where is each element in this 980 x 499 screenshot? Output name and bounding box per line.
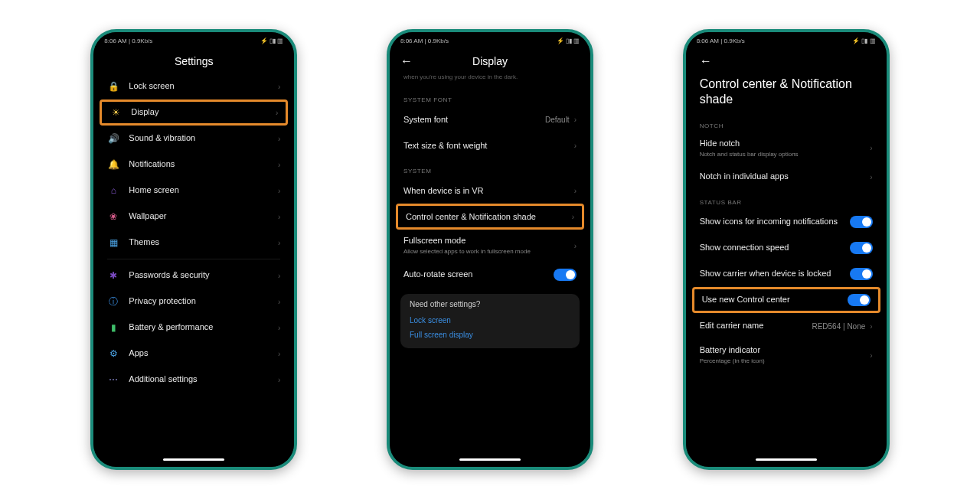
status-time: 8:06 AM | 0.9Kb/s: [104, 38, 152, 44]
settings-item-apps[interactable]: ⚙Apps›: [93, 341, 294, 367]
status-icons: ⚡ ▯▮ ▥: [260, 38, 283, 44]
display-item-system-font[interactable]: System fontDefault›: [390, 106, 590, 132]
toggle-switch[interactable]: [554, 269, 577, 281]
item-label: Fullscreen mode: [403, 236, 570, 246]
settings-item-home-screen[interactable]: ⌂Home screen›: [93, 178, 294, 204]
chevron-right-icon: ›: [278, 187, 280, 195]
item-label: Lock screen: [129, 81, 174, 90]
item-label: Auto-rotate screen: [403, 269, 550, 280]
cc-item-use-new-control-center[interactable]: Use new Control center: [692, 287, 880, 313]
settings-item-wallpaper[interactable]: ❀Wallpaper›: [93, 204, 294, 230]
cc-item-edit-carrier-name[interactable]: Edit carrier nameRED564 | None›: [686, 313, 887, 339]
settings-item-themes[interactable]: ▦Themes›: [93, 230, 294, 256]
home-indicator[interactable]: [163, 458, 224, 461]
back-icon[interactable]: ←: [700, 54, 712, 68]
section-label: STATUS BAR: [686, 190, 887, 209]
cc-item-show-connection-speed[interactable]: Show connection speed: [686, 235, 887, 261]
item-label: Notch in individual apps: [700, 171, 866, 182]
status-icons: ⚡ ▯▮ ▥: [852, 38, 875, 44]
chevron-right-icon: ›: [574, 116, 577, 124]
home-indicator[interactable]: [756, 458, 817, 461]
settings-item-privacy-protection[interactable]: ⓘPrivacy protection›: [93, 289, 294, 315]
settings-item-additional-settings[interactable]: ⋯Additional settings›: [93, 367, 294, 393]
cc-item-show-carrier-when-device-is-locked[interactable]: Show carrier when device is locked: [686, 261, 887, 287]
status-bar: 8:06 AM | 0.9Kb/s ⚡ ▯▮ ▥: [686, 32, 887, 49]
phone-control-center: 8:06 AM | 0.9Kb/s ⚡ ▯▮ ▥ ← Control cente…: [683, 29, 890, 470]
item-label: Use new Control center: [702, 295, 844, 305]
titlebar: ←: [686, 49, 887, 73]
status-time: 8:06 AM | 0.9Kb/s: [400, 38, 449, 44]
settings-item-sound-vibration[interactable]: 🔊Sound & vibration›: [93, 126, 294, 152]
notifications-icon: 🔔: [107, 158, 119, 171]
cc-item-battery-indicator[interactable]: Battery indicatorPercentage (in the icon…: [686, 339, 887, 370]
settings-item-lock-screen[interactable]: 🔒Lock screen›: [93, 73, 294, 99]
chevron-right-icon: ›: [278, 298, 280, 306]
chevron-right-icon: ›: [572, 213, 574, 221]
privacy-protection-icon: ⓘ: [107, 295, 119, 308]
item-label: Show carrier when device is locked: [700, 269, 847, 279]
item-label: Battery indicator: [700, 345, 866, 356]
chevron-right-icon: ›: [278, 239, 280, 247]
phone-display: 8:06 AM | 0.9Kb/s ⚡ ▯▮ ▥ ← Display when …: [387, 29, 593, 470]
chevron-right-icon: ›: [870, 144, 872, 152]
settings-item-display[interactable]: ☀Display›: [100, 99, 288, 126]
item-label: Text size & font weight: [403, 141, 570, 152]
settings-item-battery-performance[interactable]: ▮Battery & performance›: [93, 315, 294, 341]
back-icon[interactable]: ←: [400, 54, 413, 68]
themes-icon: ▦: [107, 236, 119, 249]
display-item-when-device-is-in-vr[interactable]: When device is in VR›: [390, 178, 590, 204]
chevron-right-icon: ›: [278, 272, 280, 280]
home-indicator[interactable]: [459, 458, 521, 461]
status-time: 8:06 AM | 0.9Kb/s: [697, 38, 745, 44]
toggle-switch[interactable]: [850, 216, 873, 228]
display-list: SYSTEM FONTSystem fontDefault›Text size …: [390, 87, 590, 455]
item-label: When device is in VR: [403, 186, 570, 197]
cc-item-notch-in-individual-apps[interactable]: Notch in individual apps›: [686, 164, 887, 190]
chevron-right-icon: ›: [278, 350, 280, 358]
display-item-fullscreen-mode[interactable]: Fullscreen modeAllow selected apps to wo…: [390, 230, 590, 261]
chevron-right-icon: ›: [870, 322, 872, 331]
item-value: RED564 | None: [812, 322, 865, 331]
settings-item-passwords-security[interactable]: ✱Passwords & security›: [93, 263, 294, 289]
section-label: NOTCH: [686, 113, 887, 132]
passwords-security-icon: ✱: [107, 269, 119, 282]
item-label: Show icons for incoming notifications: [700, 217, 847, 227]
display-item-text-size-font-weight[interactable]: Text size & font weight›: [390, 132, 590, 158]
additional-settings-icon: ⋯: [107, 373, 119, 386]
item-label: Battery & performance: [129, 322, 213, 331]
section-label: SYSTEM: [390, 158, 590, 178]
toggle-switch[interactable]: [848, 294, 871, 306]
page-title: Control center & Notification shade: [686, 73, 887, 113]
item-label: Wallpaper: [129, 211, 166, 220]
chevron-right-icon: ›: [278, 376, 280, 384]
page-title: Display: [472, 55, 508, 67]
display-item-auto-rotate-screen[interactable]: Auto-rotate screen: [390, 262, 590, 288]
item-label: Edit carrier name: [700, 321, 812, 331]
chevron-right-icon: ›: [278, 83, 280, 91]
chevron-right-icon: ›: [276, 109, 278, 117]
link-full-screen-display[interactable]: Full screen display: [410, 328, 570, 342]
chevron-right-icon: ›: [278, 135, 280, 143]
settings-item-notifications[interactable]: 🔔Notifications›: [93, 152, 294, 178]
toggle-switch[interactable]: [850, 268, 873, 280]
link-lock-screen[interactable]: Lock screen: [410, 313, 570, 328]
phone-settings: 8:06 AM | 0.9Kb/s ⚡ ▯▮ ▥ Settings 🔒Lock …: [90, 29, 297, 470]
item-label: Privacy protection: [129, 296, 195, 305]
cc-item-hide-notch[interactable]: Hide notchNotch and status bar display o…: [686, 132, 887, 164]
item-label: Additional settings: [129, 374, 197, 383]
display-item-control-center-notification-shade[interactable]: Control center & Notification shade›: [396, 204, 584, 230]
cc-item-show-icons-for-incoming-notifications[interactable]: Show icons for incoming notifications: [686, 209, 887, 235]
item-subtext: Notch and status bar display options: [700, 151, 866, 158]
need-other-settings-card: Need other settings?Lock screenFull scre…: [400, 294, 580, 348]
section-label: SYSTEM FONT: [390, 87, 590, 106]
card-title: Need other settings?: [410, 300, 570, 308]
status-icons: ⚡ ▯▮ ▥: [557, 38, 580, 44]
chevron-right-icon: ›: [574, 187, 577, 195]
home-screen-icon: ⌂: [107, 184, 119, 197]
sound-vibration-icon: 🔊: [107, 132, 119, 145]
lock-screen-icon: 🔒: [107, 80, 119, 93]
item-value: Default: [545, 116, 570, 124]
chevron-right-icon: ›: [870, 173, 872, 181]
item-label: System font: [403, 115, 545, 126]
toggle-switch[interactable]: [850, 242, 873, 254]
